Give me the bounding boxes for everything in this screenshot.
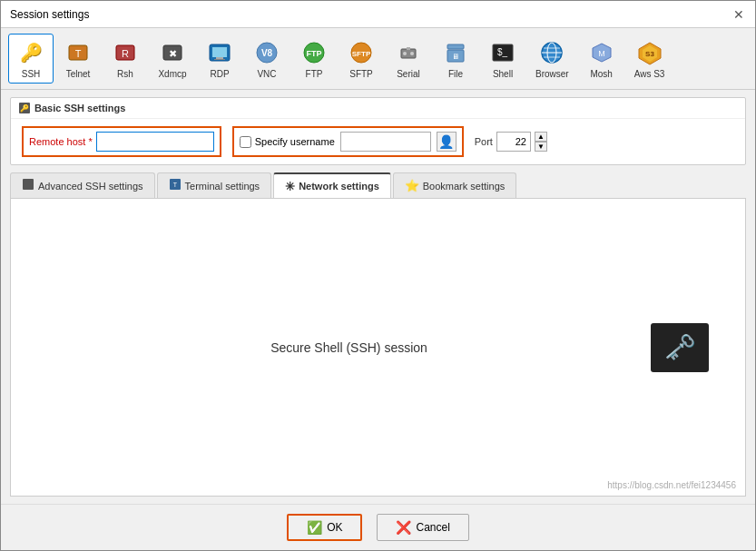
protocol-shell-label: Shell	[493, 69, 513, 79]
protocol-sftp-label: SFTP	[349, 69, 373, 79]
protocol-telnet-label: Telnet	[66, 69, 91, 79]
svg-text:V8: V8	[261, 48, 273, 58]
basic-settings-title: 🔑 Basic SSH settings	[11, 98, 745, 119]
key-icon: 🗝️	[664, 332, 696, 362]
advanced-ssh-tab-icon	[22, 178, 34, 193]
watermark: https://blog.csdn.net/fei1234456	[607, 480, 736, 490]
protocol-mosh[interactable]: M Mosh	[579, 34, 624, 84]
username-box: Specify username 👤	[232, 126, 464, 157]
svg-rect-8	[216, 57, 223, 59]
port-label: Port	[475, 136, 493, 147]
svg-rect-37	[23, 179, 34, 190]
protocol-rsh-label: Rsh	[117, 69, 133, 79]
svg-point-17	[403, 52, 407, 55]
terminal-tab-icon: T	[169, 178, 182, 193]
protocol-browser[interactable]: Browser	[527, 34, 577, 84]
protocol-browser-label: Browser	[535, 69, 569, 79]
bookmark-tab-icon: ⭐	[405, 179, 419, 192]
port-group: Port ▲ ▼	[475, 132, 547, 152]
close-button[interactable]: ✕	[731, 7, 746, 22]
file-icon: 🖥	[441, 38, 470, 67]
protocol-ftp[interactable]: FTP FTP	[291, 34, 337, 84]
svg-text:R: R	[122, 48, 129, 59]
protocol-mosh-label: Mosh	[590, 69, 612, 79]
protocol-shell[interactable]: $_ Shell	[480, 34, 525, 84]
protocol-sftp[interactable]: SFTP SFTP	[339, 34, 384, 84]
username-input[interactable]	[340, 132, 431, 152]
svg-text:FTP: FTP	[307, 49, 322, 58]
ssh-small-icon: 🔑	[18, 102, 31, 114]
port-spinner: ▲ ▼	[535, 132, 547, 152]
tab-content-area: Secure Shell (SSH) session 🗝️ https://bl…	[10, 198, 746, 497]
user-icon-button[interactable]: 👤	[437, 132, 457, 152]
protocol-serial[interactable]: Serial	[386, 34, 431, 84]
protocol-vnc[interactable]: V8 VNC	[244, 34, 290, 84]
svg-text:S3: S3	[645, 50, 654, 58]
port-down-button[interactable]: ▼	[535, 142, 547, 152]
svg-point-18	[410, 52, 414, 55]
basic-ssh-settings-box: 🔑 Basic SSH settings Remote host * Speci…	[10, 97, 746, 165]
window-title: Session settings	[10, 8, 89, 21]
protocol-xdmcp[interactable]: ✖ Xdmcp	[150, 34, 195, 84]
svg-text:$_: $_	[497, 47, 508, 57]
svg-text:✖: ✖	[169, 48, 177, 59]
port-input[interactable]	[496, 132, 531, 152]
settings-tab-bar: Advanced SSH settings T Terminal setting…	[10, 172, 746, 198]
protocol-file[interactable]: 🖥 File	[433, 34, 478, 84]
aws-s3-icon: S3	[635, 38, 664, 67]
protocol-ssh-label: SSH	[22, 69, 41, 79]
browser-icon	[537, 38, 566, 67]
protocol-aws-s3[interactable]: S3 Aws S3	[626, 34, 673, 84]
protocol-xdmcp-label: Xdmcp	[158, 69, 186, 79]
title-bar: Session settings ✕	[1, 1, 755, 28]
tab-bookmark[interactable]: ⭐ Bookmark settings	[393, 172, 516, 198]
svg-text:SFTP: SFTP	[352, 50, 371, 58]
ok-button[interactable]: ✅ OK	[287, 514, 362, 541]
protocol-ssh[interactable]: 🔑 SSH	[8, 34, 54, 84]
protocol-rdp-label: RDP	[210, 69, 229, 79]
remote-host-input[interactable]	[96, 132, 214, 152]
svg-text:T: T	[172, 182, 177, 188]
svg-rect-7	[212, 47, 227, 57]
telnet-icon: T	[64, 38, 93, 67]
protocol-ftp-label: FTP	[306, 69, 323, 79]
content-area: 🔑 Basic SSH settings Remote host * Speci…	[1, 90, 755, 504]
svg-text:🔑: 🔑	[20, 103, 29, 113]
session-description: Secure Shell (SSH) session	[47, 340, 651, 355]
svg-rect-20	[447, 44, 464, 49]
ftp-icon: FTP	[299, 38, 329, 67]
protocol-serial-label: Serial	[397, 69, 420, 79]
serial-icon	[394, 38, 423, 67]
protocol-file-label: File	[448, 69, 463, 79]
cancel-button[interactable]: ❌ Cancel	[377, 514, 468, 541]
vnc-icon: V8	[252, 38, 281, 67]
session-settings-window: Session settings ✕ 🔑 SSH T Telnet R Rsh …	[0, 0, 756, 551]
svg-text:M: M	[598, 49, 605, 58]
basic-settings-content: Remote host * Specify username 👤 Port	[11, 119, 745, 164]
svg-rect-9	[214, 59, 225, 60]
specify-username-checkbox[interactable]	[240, 136, 251, 148]
protocol-aws-s3-label: Aws S3	[634, 69, 665, 79]
protocol-vnc-label: VNC	[257, 69, 276, 79]
footer: ✅ OK ❌ Cancel	[1, 504, 755, 550]
protocol-bar: 🔑 SSH T Telnet R Rsh ✖ Xdmcp	[1, 28, 755, 90]
rdp-icon	[205, 38, 234, 67]
remote-host-label: Remote host *	[29, 136, 93, 147]
tab-terminal[interactable]: T Terminal settings	[157, 172, 272, 198]
xdmcp-icon: ✖	[158, 38, 187, 67]
protocol-rdp[interactable]: RDP	[197, 34, 242, 84]
specify-username-checkbox-label[interactable]: Specify username	[240, 136, 335, 148]
sftp-icon: SFTP	[347, 38, 376, 67]
tab-network[interactable]: ✳ Network settings	[273, 172, 391, 198]
network-tab-icon: ✳	[285, 180, 295, 193]
tab-advanced-ssh[interactable]: Advanced SSH settings	[10, 172, 155, 198]
svg-text:🖥: 🖥	[452, 53, 459, 61]
protocol-telnet[interactable]: T Telnet	[55, 34, 101, 84]
rsh-icon: R	[111, 38, 140, 67]
port-up-button[interactable]: ▲	[535, 132, 547, 142]
mosh-icon: M	[587, 38, 616, 67]
cancel-icon: ❌	[396, 520, 411, 535]
protocol-rsh[interactable]: R Rsh	[103, 34, 148, 84]
ssh-icon: 🔑	[16, 38, 45, 67]
key-icon-box: 🗝️	[651, 323, 709, 372]
